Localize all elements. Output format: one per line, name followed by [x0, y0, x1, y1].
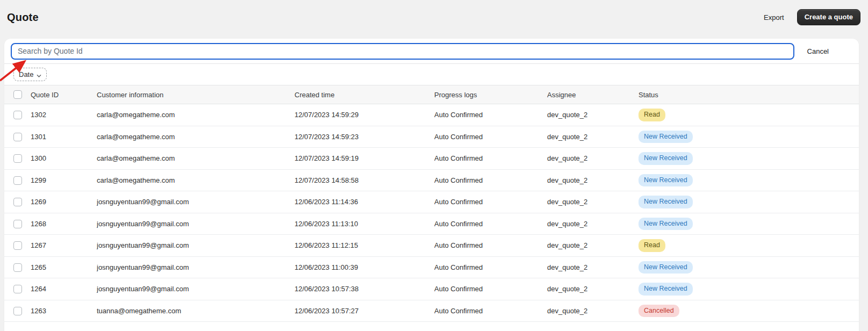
assignee-cell: dev_quote_2	[547, 307, 639, 315]
progress-logs-cell: Auto Confirmed	[434, 241, 547, 249]
column-header-created-time: Created time	[295, 91, 434, 99]
column-header-quote-id: Quote ID	[31, 91, 97, 99]
customer-cell: josnguyentuan99@gmail.com	[97, 263, 295, 271]
progress-logs-cell: Auto Confirmed	[434, 176, 547, 184]
table-row[interactable]: 1268 josnguyentuan99@gmail.com 12/06/202…	[4, 213, 859, 235]
progress-logs-cell: Auto Confirmed	[434, 133, 547, 141]
row-checkbox[interactable]	[13, 307, 22, 315]
filter-row: Date	[4, 64, 859, 85]
chevron-down-icon	[37, 72, 41, 77]
cancel-button[interactable]: Cancel	[807, 47, 829, 55]
customer-cell: josnguyentuan99@gmail.com	[97, 285, 295, 293]
status-badge: New Received	[639, 196, 693, 208]
assignee-cell: dev_quote_2	[547, 263, 639, 271]
quote-id-cell: 1267	[31, 241, 97, 249]
status-badge: New Received	[639, 131, 693, 143]
created-time-cell: 12/06/2023 11:14:36	[295, 198, 434, 206]
table-header: Quote ID Customer information Created ti…	[4, 85, 859, 104]
created-time-cell: 12/06/2023 10:57:27	[295, 307, 434, 315]
quote-id-cell: 1269	[31, 198, 97, 206]
status-badge: Read	[639, 239, 665, 252]
created-time-cell: 12/07/2023 14:59:19	[295, 154, 434, 162]
assignee-cell: dev_quote_2	[547, 133, 639, 141]
assignee-cell: dev_quote_2	[547, 176, 639, 184]
search-input[interactable]	[11, 43, 794, 60]
table-row[interactable]: 1265 josnguyentuan99@gmail.com 12/06/202…	[4, 257, 859, 279]
created-time-cell: 12/07/2023 14:59:29	[295, 111, 434, 119]
status-badge: New Received	[639, 261, 693, 274]
row-checkbox[interactable]	[13, 111, 22, 119]
quote-id-cell: 1300	[31, 154, 97, 162]
customer-cell: josnguyentuan99@gmail.com	[97, 220, 295, 228]
row-checkbox[interactable]	[13, 220, 22, 228]
assignee-cell: dev_quote_2	[547, 111, 639, 119]
assignee-cell: dev_quote_2	[547, 154, 639, 162]
status-badge: New Received	[639, 152, 693, 165]
status-badge: Read	[639, 109, 665, 121]
table-body: 1302 carla@omegatheme.com 12/07/2023 14:…	[4, 104, 859, 322]
progress-logs-cell: Auto Confirmed	[434, 220, 547, 228]
quote-id-cell: 1268	[31, 220, 97, 228]
create-quote-button[interactable]: Create a quote	[797, 9, 860, 25]
table-row[interactable]: 1301 carla@omegatheme.com 12/07/2023 14:…	[4, 126, 859, 148]
search-row: Cancel	[4, 39, 859, 64]
row-checkbox[interactable]	[13, 263, 22, 272]
created-time-cell: 12/07/2023 14:59:23	[295, 133, 434, 141]
quote-id-cell: 1265	[31, 263, 97, 271]
quote-id-cell: 1264	[31, 285, 97, 293]
progress-logs-cell: Auto Confirmed	[434, 111, 547, 119]
table-row[interactable]: 1269 josnguyentuan99@gmail.com 12/06/202…	[4, 191, 859, 213]
progress-logs-cell: Auto Confirmed	[434, 198, 547, 206]
progress-logs-cell: Auto Confirmed	[434, 263, 547, 271]
table-row[interactable]: 1300 carla@omegatheme.com 12/07/2023 14:…	[4, 148, 859, 170]
customer-cell: carla@omegatheme.com	[97, 133, 295, 141]
status-badge: New Received	[639, 218, 693, 231]
created-time-cell: 12/07/2023 14:58:58	[295, 176, 434, 184]
table-row[interactable]: 1302 carla@omegatheme.com 12/07/2023 14:…	[4, 104, 859, 126]
status-badge: Cancelled	[639, 305, 679, 318]
status-badge: New Received	[639, 174, 693, 187]
customer-cell: carla@omegatheme.com	[97, 111, 295, 119]
status-badge: New Received	[639, 283, 693, 296]
row-checkbox[interactable]	[13, 285, 22, 293]
customer-cell: tuanna@omegatheme.com	[97, 307, 295, 315]
customer-cell: josnguyentuan99@gmail.com	[97, 198, 295, 206]
column-header-progress-logs: Progress logs	[434, 91, 547, 99]
row-checkbox[interactable]	[13, 241, 22, 250]
table-row[interactable]: 1264 josnguyentuan99@gmail.com 12/06/202…	[4, 278, 859, 300]
column-header-customer: Customer information	[97, 91, 295, 99]
table-row[interactable]: 1267 josnguyentuan99@gmail.com 12/06/202…	[4, 235, 859, 257]
customer-cell: josnguyentuan99@gmail.com	[97, 241, 295, 249]
quotes-card: Cancel Date Quote ID Customer informatio…	[4, 39, 859, 331]
table-row[interactable]: 1299 carla@omegatheme.com 12/07/2023 14:…	[4, 170, 859, 192]
quote-id-cell: 1302	[31, 111, 97, 119]
created-time-cell: 12/06/2023 11:12:15	[295, 241, 434, 249]
progress-logs-cell: Auto Confirmed	[434, 285, 547, 293]
assignee-cell: dev_quote_2	[547, 285, 639, 293]
select-all-checkbox[interactable]	[13, 90, 22, 99]
topbar-actions: Export Create a quote	[763, 9, 860, 25]
page-title: Quote	[7, 11, 39, 24]
assignee-cell: dev_quote_2	[547, 198, 639, 206]
quote-id-cell: 1263	[31, 307, 97, 315]
quote-id-cell: 1301	[31, 133, 97, 141]
progress-logs-cell: Auto Confirmed	[434, 307, 547, 315]
column-header-assignee: Assignee	[547, 91, 639, 99]
row-checkbox[interactable]	[13, 133, 22, 141]
assignee-cell: dev_quote_2	[547, 241, 639, 249]
table-row[interactable]: 1263 tuanna@omegatheme.com 12/06/2023 10…	[4, 300, 859, 322]
created-time-cell: 12/06/2023 11:00:39	[295, 263, 434, 271]
created-time-cell: 12/06/2023 10:57:38	[295, 285, 434, 293]
row-checkbox[interactable]	[13, 154, 22, 163]
row-checkbox[interactable]	[13, 198, 22, 206]
quote-id-cell: 1299	[31, 176, 97, 184]
customer-cell: carla@omegatheme.com	[97, 154, 295, 162]
date-filter-button[interactable]: Date	[13, 68, 47, 81]
created-time-cell: 12/06/2023 11:13:10	[295, 220, 434, 228]
customer-cell: carla@omegatheme.com	[97, 176, 295, 184]
row-checkbox[interactable]	[13, 176, 22, 185]
column-header-status: Status	[639, 91, 859, 99]
progress-logs-cell: Auto Confirmed	[434, 154, 547, 162]
export-button[interactable]: Export	[763, 11, 785, 24]
date-filter-label: Date	[19, 70, 33, 78]
